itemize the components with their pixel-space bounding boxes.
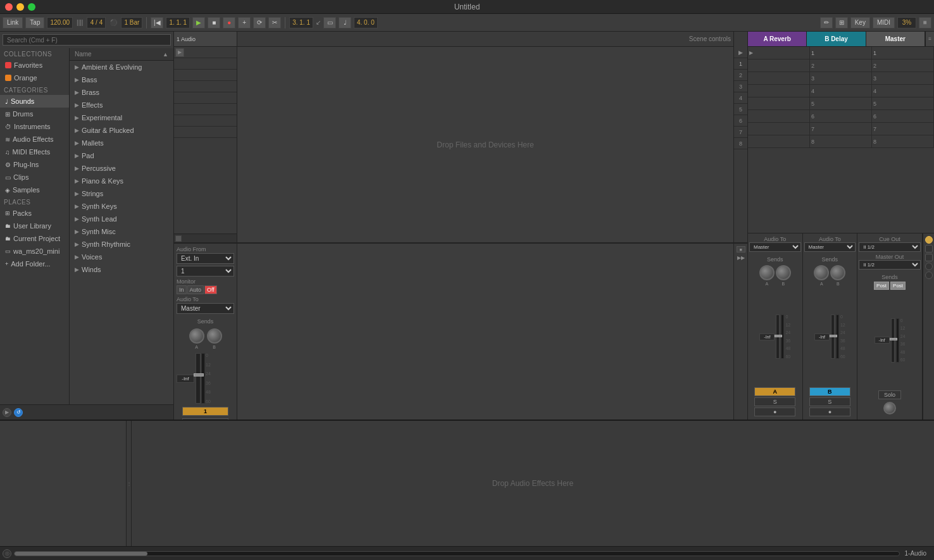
post-a-button[interactable]: Post <box>874 282 889 290</box>
monitor-in-button[interactable]: In <box>177 285 187 294</box>
sidebar-item-clips[interactable]: ▭ Clips <box>0 171 69 184</box>
browser-item-experimental[interactable]: ▶ Experimental <box>70 111 173 124</box>
delay-mute-button[interactable]: ● <box>809 408 850 416</box>
minimize-button[interactable] <box>16 3 24 11</box>
browser-item-effects[interactable]: ▶ Effects <box>70 99 173 111</box>
clip-slot-3[interactable] <box>174 70 237 81</box>
browser-item-synth-misc[interactable]: ▶ Synth Misc <box>70 225 173 238</box>
key-button[interactable]: Key <box>850 17 870 28</box>
rev-send-a-knob[interactable] <box>759 265 775 280</box>
browser-item-synth-lead[interactable]: ▶ Synth Lead <box>70 213 173 225</box>
clip-slot-6[interactable] <box>174 104 237 115</box>
mixer-expand-button[interactable]: ≡ <box>925 32 934 46</box>
drop-zone[interactable]: Drop Files and Devices Here <box>237 47 733 242</box>
pos3-display[interactable]: 4. 0. 0 <box>354 17 378 28</box>
monitor-off-button[interactable]: Off <box>204 285 217 294</box>
reverb-mute-button[interactable]: ● <box>754 408 795 416</box>
close-button[interactable] <box>5 3 13 11</box>
midi-button[interactable]: MIDI <box>873 17 895 28</box>
sidebar-item-plug-ins[interactable]: ⚙ Plug-Ins <box>0 158 69 171</box>
preview-button[interactable]: ▶ <box>3 408 11 417</box>
browser-item-voices[interactable]: ▶ Voices <box>70 251 173 263</box>
loop-button[interactable]: ⟳ <box>253 17 266 28</box>
sidebar-item-midi-effects[interactable]: ♫ MIDI Effects <box>0 146 69 158</box>
places-item-ms20[interactable]: ▭ wa_ms20_mini <box>0 245 69 258</box>
status-icon[interactable]: ◎ <box>3 549 11 558</box>
clip-slot-5[interactable] <box>174 92 237 104</box>
time-sig-display[interactable]: 4 / 4 <box>87 17 106 28</box>
side-btn-3[interactable] <box>925 263 933 270</box>
clip-slot-1[interactable]: ▶ <box>174 47 237 58</box>
browser-item-mallets[interactable]: ▶ Mallets <box>70 137 173 149</box>
bar-display[interactable]: 1 Bar <box>121 17 142 28</box>
sort-icon[interactable]: ▲ <box>163 51 168 58</box>
loop-region[interactable]: ▭ <box>323 17 336 28</box>
clip-slot-4[interactable] <box>174 81 237 92</box>
clip-slot-8[interactable] <box>174 127 237 138</box>
browser-item-guitar[interactable]: ▶ Guitar & Plucked <box>70 124 173 137</box>
places-item-current-project[interactable]: 🖿 Current Project <box>0 232 69 245</box>
clip-slot-2[interactable] <box>174 58 237 70</box>
panel-resize-handle[interactable]: ⋮ <box>127 421 132 546</box>
link-button[interactable]: Link <box>3 17 23 28</box>
send-a-knob[interactable] <box>189 328 204 344</box>
reverb-s-button[interactable]: S <box>754 397 795 406</box>
tap-button[interactable]: Tap <box>25 17 44 28</box>
places-item-user-library[interactable]: 🖿 User Library <box>0 220 69 232</box>
window-controls[interactable] <box>5 3 35 11</box>
audio-to-select[interactable]: Master <box>177 303 234 314</box>
sidebar-item-instruments[interactable]: ⏱ Instruments <box>0 120 69 133</box>
effects-chain-area[interactable]: Drop Audio Effects Here <box>132 421 934 546</box>
master-solo-button[interactable]: Solo <box>878 390 901 399</box>
volume-fader[interactable] <box>196 353 201 404</box>
rev-fader-handle[interactable] <box>775 335 782 337</box>
master-out-select[interactable]: II 1/2 <box>859 260 921 270</box>
scene-play-icon[interactable]: ▶▶ <box>737 255 745 261</box>
rev-audio-to-select[interactable]: Master <box>749 242 801 252</box>
metronome-toggle[interactable]: ♩ <box>339 17 351 28</box>
browser-item-ambient[interactable]: ▶ Ambient & Evolving <box>70 61 173 73</box>
master-fader[interactable] <box>891 318 895 363</box>
cue-knob[interactable] <box>883 402 896 414</box>
clip-slot-7[interactable] <box>174 115 237 127</box>
rev-send-b-knob[interactable] <box>776 265 791 280</box>
browser-item-piano[interactable]: ▶ Piano & Keys <box>70 175 173 187</box>
record-button[interactable]: ● <box>223 17 235 28</box>
side-btn-4[interactable] <box>925 271 933 279</box>
browser-item-synth-keys[interactable]: ▶ Synth Keys <box>70 200 173 213</box>
sidebar-item-audio-effects[interactable]: ≋ Audio Effects <box>0 133 69 146</box>
sidebar-item-orange[interactable]: Orange <box>0 72 69 84</box>
add-button[interactable]: + <box>238 17 251 28</box>
del-send-b-knob[interactable] <box>830 265 845 280</box>
pos1-display[interactable]: 1. 1. 1 <box>166 17 190 28</box>
punch-button[interactable]: ✂ <box>268 17 281 28</box>
del-fader-handle[interactable] <box>830 335 837 337</box>
reverb-a-button[interactable]: A <box>754 387 795 396</box>
delay-s-button[interactable]: S <box>809 397 850 406</box>
delay-b-button[interactable]: B <box>809 387 850 396</box>
browser-item-percussive[interactable]: ▶ Percussive <box>70 162 173 175</box>
metronome-icon[interactable]: ⚫ <box>108 19 118 26</box>
sidebar-item-drums[interactable]: ⊞ Drums <box>0 108 69 120</box>
search-input[interactable] <box>3 34 171 46</box>
browser-item-synth-rhythmic[interactable]: ▶ Synth Rhythmic <box>70 238 173 251</box>
send-b-knob[interactable] <box>207 328 222 344</box>
sidebar-item-samples[interactable]: ◈ Samples <box>0 184 69 196</box>
master-fader-handle[interactable] <box>890 338 897 340</box>
go-start-button[interactable]: |◀ <box>151 17 163 28</box>
rev-fader[interactable] <box>776 314 780 359</box>
bpm-display[interactable]: 120.00 <box>47 17 73 28</box>
side-btn-2[interactable] <box>925 254 933 261</box>
monitor-auto-button[interactable]: Auto <box>187 285 204 294</box>
sidebar-item-favorites[interactable]: Favorites <box>0 59 69 72</box>
del-send-a-knob[interactable] <box>814 265 829 280</box>
cue-out-select[interactable]: II 1/2 <box>859 242 921 252</box>
del-audio-to-select[interactable]: Master <box>804 242 856 252</box>
play-button[interactable]: ▶ <box>192 17 205 28</box>
stop-clip-button[interactable] <box>175 235 182 242</box>
stop-button[interactable]: ■ <box>208 17 220 28</box>
places-item-add-folder[interactable]: + Add Folder... <box>0 258 69 270</box>
draw-button[interactable]: ✏ <box>820 17 833 28</box>
channel-select[interactable]: 1 <box>177 266 234 277</box>
grid-button[interactable]: ⊞ <box>835 17 848 28</box>
